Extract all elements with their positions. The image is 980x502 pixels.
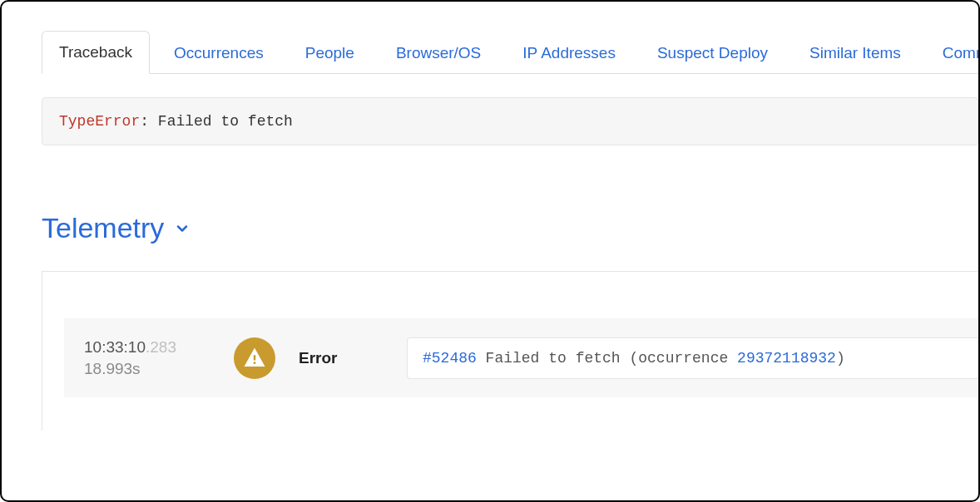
- svg-rect-0: [254, 355, 256, 360]
- tabs-bar: Traceback Occurrences People Browser/OS …: [42, 30, 978, 74]
- error-summary-box: TypeError: Failed to fetch: [42, 97, 978, 145]
- telemetry-occurrence-link[interactable]: 29372118932: [737, 350, 836, 367]
- telemetry-event-row: 10:33:10.283 18.993s Error #52486 Failed…: [64, 318, 978, 397]
- svg-rect-1: [254, 362, 256, 364]
- tab-people[interactable]: People: [288, 32, 372, 74]
- telemetry-time-main: 10:33:10: [84, 338, 146, 356]
- warning-icon: [234, 337, 275, 379]
- telemetry-duration: 18.993s: [84, 358, 234, 380]
- chevron-down-icon: [174, 220, 191, 237]
- error-separator: :: [140, 113, 158, 130]
- tab-ip-addresses[interactable]: IP Addresses: [505, 32, 633, 74]
- tab-similar-items[interactable]: Similar Items: [792, 32, 918, 74]
- tab-browser-os[interactable]: Browser/OS: [379, 32, 498, 74]
- telemetry-event-id-link[interactable]: #52486: [423, 350, 477, 367]
- telemetry-time: 10:33:10.283 18.993s: [84, 337, 234, 379]
- telemetry-heading[interactable]: Telemetry: [42, 212, 978, 244]
- telemetry-event-text-2: ): [836, 350, 845, 367]
- telemetry-event-type: Error: [299, 349, 390, 367]
- telemetry-event-message: #52486 Failed to fetch (occurrence 29372…: [407, 337, 978, 379]
- tab-traceback[interactable]: Traceback: [42, 31, 150, 74]
- telemetry-time-ms: .283: [146, 338, 176, 356]
- telemetry-event-text-1: Failed to fetch (occurrence: [477, 350, 737, 367]
- telemetry-panel: 10:33:10.283 18.993s Error #52486 Failed…: [42, 271, 978, 431]
- error-message: Failed to fetch: [158, 113, 293, 130]
- tab-occurrences[interactable]: Occurrences: [156, 32, 281, 74]
- telemetry-heading-label: Telemetry: [42, 212, 164, 244]
- tab-suspect-deploy[interactable]: Suspect Deploy: [640, 32, 785, 74]
- tab-community[interactable]: Community: [925, 32, 980, 74]
- error-type: TypeError: [59, 113, 140, 130]
